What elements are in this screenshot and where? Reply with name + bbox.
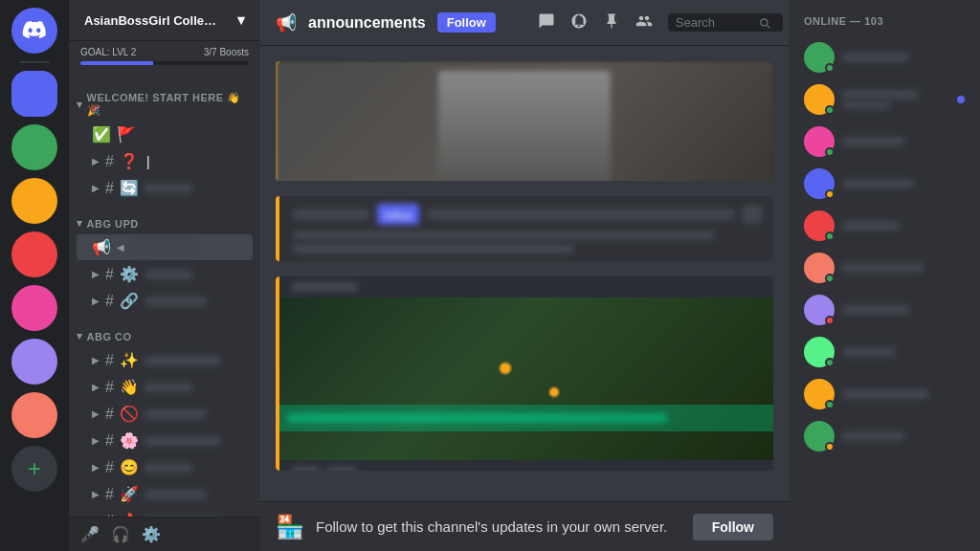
expand-icon-10: ▶ <box>92 489 100 499</box>
category-welcome[interactable]: ▾ WELCOME! START HERE 👋🎉 <box>69 77 260 121</box>
follow-banner-button[interactable]: Follow <box>693 514 773 540</box>
status-dnd-7 <box>825 316 835 325</box>
channel-co-2[interactable]: ▶ # 👋 <box>77 374 253 400</box>
rules-icon: ✅ <box>92 125 111 143</box>
cursor: | <box>146 154 150 169</box>
discord-home-icon[interactable] <box>11 8 57 54</box>
server-icon-1[interactable] <box>11 71 57 117</box>
member-item-7[interactable] <box>796 291 972 329</box>
add-server-icon[interactable]: + <box>11 446 57 492</box>
bell-icon[interactable] <box>570 12 588 33</box>
server-icon-4[interactable] <box>11 231 57 277</box>
channel-co-7[interactable]: ▶ # 🔥 <box>77 508 253 517</box>
member-item-4[interactable] <box>796 165 972 203</box>
channel-item-rules[interactable]: ✅ 🚩 <box>77 121 253 147</box>
hash-icon-5: # <box>105 352 114 369</box>
search-input[interactable] <box>676 15 752 30</box>
boost-bar <box>80 61 249 65</box>
server-icon-6[interactable] <box>11 339 57 385</box>
channel-sidebar: AsianBossGirl Collect... ▾ GOAL: LVL 2 3… <box>69 0 260 551</box>
member-item-8[interactable] <box>796 333 972 371</box>
settings-icon[interactable]: ⚙️ <box>142 525 161 543</box>
search-bar[interactable] <box>668 13 783 32</box>
status-online-2 <box>825 105 835 115</box>
message-2-line-1 <box>293 231 715 240</box>
headphone-icon[interactable]: 🎧 <box>111 525 130 543</box>
status-online-1 <box>825 63 835 73</box>
channel-co-4[interactable]: ▶ # 🌸 <box>77 428 253 453</box>
smile-icon: 😊 <box>120 458 139 476</box>
reaction-1 <box>291 466 320 471</box>
channel-3-placeholder <box>145 270 192 279</box>
server-icon-2[interactable] <box>11 124 57 170</box>
message-3-author <box>291 282 358 292</box>
message-2-badge: follow <box>377 204 419 225</box>
member-item-10[interactable] <box>796 417 972 455</box>
member-name-7 <box>842 305 909 315</box>
channel-co-6[interactable]: ▶ # 🚀 <box>77 481 253 507</box>
sparkle-icon: ✨ <box>120 351 139 369</box>
hash-icon: # <box>105 153 114 170</box>
server-icon-7[interactable] <box>11 392 57 438</box>
channel-co-3[interactable]: ▶ # 🚫 <box>77 401 253 427</box>
boost-goal-label: GOAL: LVL 2 <box>80 47 136 57</box>
message-2-header: follow <box>293 204 762 225</box>
status-idle-4 <box>825 189 835 199</box>
message-image-1 <box>276 61 773 181</box>
server-icon-3[interactable] <box>11 178 57 224</box>
flower-icon: 🌸 <box>120 431 139 450</box>
message-3-header <box>276 276 773 298</box>
reaction-2 <box>327 466 356 471</box>
channel-follow-button[interactable]: Follow <box>437 12 496 33</box>
member-status-2 <box>842 101 890 109</box>
boost-goal: GOAL: LVL 2 3/7 Boosts <box>80 47 249 57</box>
channel-co-5[interactable]: ▶ # 😊 <box>77 454 253 480</box>
channel-item-refresh[interactable]: ▶ # 🔄 <box>77 175 253 201</box>
member-item-9[interactable] <box>796 375 972 413</box>
message-2-author <box>293 209 369 220</box>
member-item-1[interactable] <box>796 38 972 77</box>
expand-icon-3: ▶ <box>92 269 100 279</box>
member-name-4 <box>842 179 914 188</box>
category-abg-upd[interactable]: ▾ ABG UPD <box>69 202 260 233</box>
announcement-channel-icon: 📢 <box>276 12 297 33</box>
members-icon[interactable] <box>635 12 653 33</box>
follow-banner-icon: 🏪 <box>276 514 304 540</box>
media-text-placeholder <box>287 413 667 423</box>
channel-item-question[interactable]: ▶ # ❓ | <box>77 148 253 174</box>
member-avatar-6 <box>804 253 835 283</box>
rocket-icon: 🚀 <box>120 485 139 503</box>
expand-icon: ▶ <box>92 156 100 166</box>
link-icon: 🔗 <box>120 292 139 310</box>
search-icon <box>758 16 771 30</box>
mic-icon[interactable]: 🎤 <box>80 525 100 543</box>
server-icon-5[interactable] <box>11 285 57 331</box>
chevron-icon: ▾ <box>77 99 83 111</box>
boost-bar-fill <box>80 61 153 65</box>
hash-icon-7: # <box>105 406 114 423</box>
member-avatar-2 <box>804 84 835 115</box>
category-abg-co[interactable]: ▾ ABG CO <box>69 315 260 346</box>
member-item-2[interactable] <box>796 80 972 119</box>
member-item-5[interactable] <box>796 207 972 245</box>
gear-icon: ⚙️ <box>120 265 139 283</box>
pin-icon[interactable] <box>603 12 620 33</box>
member-item-6[interactable] <box>796 249 972 287</box>
member-avatar-10 <box>804 421 835 452</box>
channel-item-2[interactable]: ▶ # ⚙️ <box>77 261 253 287</box>
channel-item-announcements[interactable]: 📢 ◀ <box>77 234 253 260</box>
category-label: WELCOME! START HERE 👋🎉 <box>87 92 254 117</box>
hashtag-settings-icon[interactable] <box>538 12 555 33</box>
server-sidebar: + <box>0 0 69 551</box>
hash-icon-6: # <box>105 379 114 396</box>
chevron-icon-3: ▾ <box>77 330 83 342</box>
channel-co-1[interactable]: ▶ # ✨ <box>77 347 253 373</box>
member-avatar-9 <box>804 379 835 409</box>
member-item-3[interactable] <box>796 122 972 161</box>
channel-item-3[interactable]: ▶ # 🔗 <box>77 288 253 314</box>
channel-co-4-placeholder <box>145 436 221 446</box>
boost-bar-area: GOAL: LVL 2 3/7 Boosts <box>69 41 260 73</box>
member-name-2 <box>842 90 919 99</box>
member-avatar-1 <box>804 42 835 73</box>
server-header[interactable]: AsianBossGirl Collect... ▾ <box>69 0 260 41</box>
